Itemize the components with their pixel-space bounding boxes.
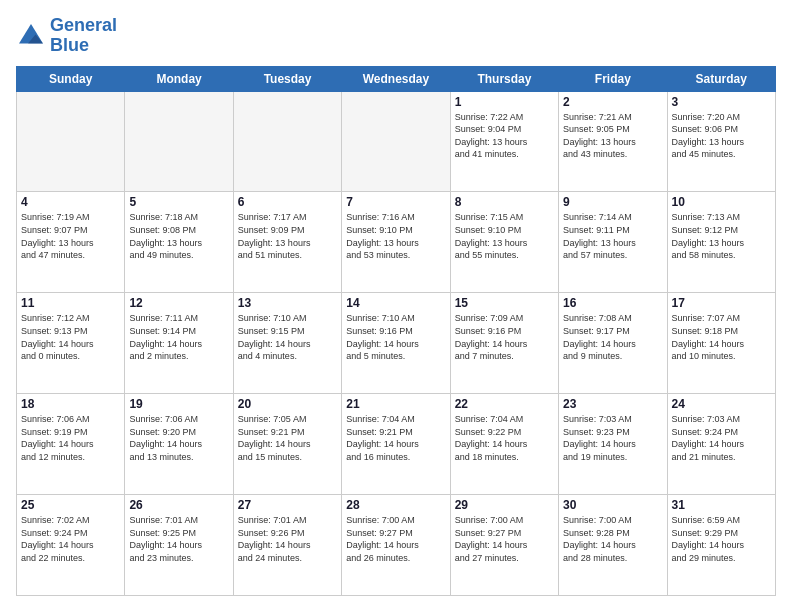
logo-text: General Blue xyxy=(50,16,117,56)
calendar-cell: 11Sunrise: 7:12 AM Sunset: 9:13 PM Dayli… xyxy=(17,293,125,394)
calendar-cell xyxy=(125,91,233,192)
cell-info: Sunrise: 7:22 AM Sunset: 9:04 PM Dayligh… xyxy=(455,111,554,161)
day-number: 19 xyxy=(129,397,228,411)
day-number: 16 xyxy=(563,296,662,310)
calendar-cell: 8Sunrise: 7:15 AM Sunset: 9:10 PM Daylig… xyxy=(450,192,558,293)
cell-info: Sunrise: 7:02 AM Sunset: 9:24 PM Dayligh… xyxy=(21,514,120,564)
page: General Blue SundayMondayTuesdayWednesda… xyxy=(0,0,792,612)
cell-info: Sunrise: 7:03 AM Sunset: 9:23 PM Dayligh… xyxy=(563,413,662,463)
week-row-2: 4Sunrise: 7:19 AM Sunset: 9:07 PM Daylig… xyxy=(17,192,776,293)
weekday-wednesday: Wednesday xyxy=(342,66,450,91)
calendar-cell xyxy=(342,91,450,192)
day-number: 15 xyxy=(455,296,554,310)
calendar-cell: 30Sunrise: 7:00 AM Sunset: 9:28 PM Dayli… xyxy=(559,495,667,596)
day-number: 23 xyxy=(563,397,662,411)
cell-info: Sunrise: 7:01 AM Sunset: 9:25 PM Dayligh… xyxy=(129,514,228,564)
day-number: 14 xyxy=(346,296,445,310)
cell-info: Sunrise: 7:13 AM Sunset: 9:12 PM Dayligh… xyxy=(672,211,771,261)
cell-info: Sunrise: 6:59 AM Sunset: 9:29 PM Dayligh… xyxy=(672,514,771,564)
week-row-3: 11Sunrise: 7:12 AM Sunset: 9:13 PM Dayli… xyxy=(17,293,776,394)
day-number: 22 xyxy=(455,397,554,411)
cell-info: Sunrise: 7:18 AM Sunset: 9:08 PM Dayligh… xyxy=(129,211,228,261)
cell-info: Sunrise: 7:16 AM Sunset: 9:10 PM Dayligh… xyxy=(346,211,445,261)
day-number: 26 xyxy=(129,498,228,512)
cell-info: Sunrise: 7:06 AM Sunset: 9:20 PM Dayligh… xyxy=(129,413,228,463)
day-number: 12 xyxy=(129,296,228,310)
cell-info: Sunrise: 7:04 AM Sunset: 9:21 PM Dayligh… xyxy=(346,413,445,463)
day-number: 25 xyxy=(21,498,120,512)
day-number: 30 xyxy=(563,498,662,512)
logo-icon xyxy=(16,21,46,51)
calendar-cell: 6Sunrise: 7:17 AM Sunset: 9:09 PM Daylig… xyxy=(233,192,341,293)
day-number: 3 xyxy=(672,95,771,109)
day-number: 4 xyxy=(21,195,120,209)
day-number: 7 xyxy=(346,195,445,209)
day-number: 24 xyxy=(672,397,771,411)
cell-info: Sunrise: 7:01 AM Sunset: 9:26 PM Dayligh… xyxy=(238,514,337,564)
cell-info: Sunrise: 7:05 AM Sunset: 9:21 PM Dayligh… xyxy=(238,413,337,463)
calendar-cell: 5Sunrise: 7:18 AM Sunset: 9:08 PM Daylig… xyxy=(125,192,233,293)
cell-info: Sunrise: 7:12 AM Sunset: 9:13 PM Dayligh… xyxy=(21,312,120,362)
calendar-cell: 22Sunrise: 7:04 AM Sunset: 9:22 PM Dayli… xyxy=(450,394,558,495)
cell-info: Sunrise: 7:10 AM Sunset: 9:15 PM Dayligh… xyxy=(238,312,337,362)
cell-info: Sunrise: 7:20 AM Sunset: 9:06 PM Dayligh… xyxy=(672,111,771,161)
cell-info: Sunrise: 7:11 AM Sunset: 9:14 PM Dayligh… xyxy=(129,312,228,362)
header: General Blue xyxy=(16,16,776,56)
calendar-cell: 15Sunrise: 7:09 AM Sunset: 9:16 PM Dayli… xyxy=(450,293,558,394)
weekday-saturday: Saturday xyxy=(667,66,775,91)
day-number: 31 xyxy=(672,498,771,512)
calendar-cell: 4Sunrise: 7:19 AM Sunset: 9:07 PM Daylig… xyxy=(17,192,125,293)
calendar-cell: 1Sunrise: 7:22 AM Sunset: 9:04 PM Daylig… xyxy=(450,91,558,192)
cell-info: Sunrise: 7:09 AM Sunset: 9:16 PM Dayligh… xyxy=(455,312,554,362)
calendar-cell: 27Sunrise: 7:01 AM Sunset: 9:26 PM Dayli… xyxy=(233,495,341,596)
calendar-cell: 23Sunrise: 7:03 AM Sunset: 9:23 PM Dayli… xyxy=(559,394,667,495)
weekday-header-row: SundayMondayTuesdayWednesdayThursdayFrid… xyxy=(17,66,776,91)
day-number: 1 xyxy=(455,95,554,109)
calendar-cell xyxy=(17,91,125,192)
cell-info: Sunrise: 7:21 AM Sunset: 9:05 PM Dayligh… xyxy=(563,111,662,161)
weekday-tuesday: Tuesday xyxy=(233,66,341,91)
logo: General Blue xyxy=(16,16,117,56)
day-number: 18 xyxy=(21,397,120,411)
day-number: 28 xyxy=(346,498,445,512)
calendar-cell: 10Sunrise: 7:13 AM Sunset: 9:12 PM Dayli… xyxy=(667,192,775,293)
weekday-monday: Monday xyxy=(125,66,233,91)
calendar-cell: 17Sunrise: 7:07 AM Sunset: 9:18 PM Dayli… xyxy=(667,293,775,394)
day-number: 20 xyxy=(238,397,337,411)
week-row-5: 25Sunrise: 7:02 AM Sunset: 9:24 PM Dayli… xyxy=(17,495,776,596)
calendar-cell xyxy=(233,91,341,192)
cell-info: Sunrise: 7:00 AM Sunset: 9:28 PM Dayligh… xyxy=(563,514,662,564)
day-number: 8 xyxy=(455,195,554,209)
day-number: 5 xyxy=(129,195,228,209)
calendar-cell: 29Sunrise: 7:00 AM Sunset: 9:27 PM Dayli… xyxy=(450,495,558,596)
day-number: 21 xyxy=(346,397,445,411)
calendar-table: SundayMondayTuesdayWednesdayThursdayFrid… xyxy=(16,66,776,596)
cell-info: Sunrise: 7:06 AM Sunset: 9:19 PM Dayligh… xyxy=(21,413,120,463)
day-number: 29 xyxy=(455,498,554,512)
day-number: 2 xyxy=(563,95,662,109)
calendar-cell: 9Sunrise: 7:14 AM Sunset: 9:11 PM Daylig… xyxy=(559,192,667,293)
week-row-4: 18Sunrise: 7:06 AM Sunset: 9:19 PM Dayli… xyxy=(17,394,776,495)
cell-info: Sunrise: 7:07 AM Sunset: 9:18 PM Dayligh… xyxy=(672,312,771,362)
cell-info: Sunrise: 7:14 AM Sunset: 9:11 PM Dayligh… xyxy=(563,211,662,261)
calendar-cell: 26Sunrise: 7:01 AM Sunset: 9:25 PM Dayli… xyxy=(125,495,233,596)
cell-info: Sunrise: 7:03 AM Sunset: 9:24 PM Dayligh… xyxy=(672,413,771,463)
calendar-cell: 14Sunrise: 7:10 AM Sunset: 9:16 PM Dayli… xyxy=(342,293,450,394)
calendar-cell: 2Sunrise: 7:21 AM Sunset: 9:05 PM Daylig… xyxy=(559,91,667,192)
calendar-cell: 12Sunrise: 7:11 AM Sunset: 9:14 PM Dayli… xyxy=(125,293,233,394)
day-number: 17 xyxy=(672,296,771,310)
weekday-thursday: Thursday xyxy=(450,66,558,91)
calendar-cell: 24Sunrise: 7:03 AM Sunset: 9:24 PM Dayli… xyxy=(667,394,775,495)
weekday-sunday: Sunday xyxy=(17,66,125,91)
calendar-cell: 18Sunrise: 7:06 AM Sunset: 9:19 PM Dayli… xyxy=(17,394,125,495)
cell-info: Sunrise: 7:00 AM Sunset: 9:27 PM Dayligh… xyxy=(455,514,554,564)
cell-info: Sunrise: 7:10 AM Sunset: 9:16 PM Dayligh… xyxy=(346,312,445,362)
day-number: 11 xyxy=(21,296,120,310)
calendar-cell: 31Sunrise: 6:59 AM Sunset: 9:29 PM Dayli… xyxy=(667,495,775,596)
calendar-cell: 20Sunrise: 7:05 AM Sunset: 9:21 PM Dayli… xyxy=(233,394,341,495)
day-number: 9 xyxy=(563,195,662,209)
calendar-cell: 7Sunrise: 7:16 AM Sunset: 9:10 PM Daylig… xyxy=(342,192,450,293)
calendar-cell: 3Sunrise: 7:20 AM Sunset: 9:06 PM Daylig… xyxy=(667,91,775,192)
cell-info: Sunrise: 7:08 AM Sunset: 9:17 PM Dayligh… xyxy=(563,312,662,362)
day-number: 27 xyxy=(238,498,337,512)
